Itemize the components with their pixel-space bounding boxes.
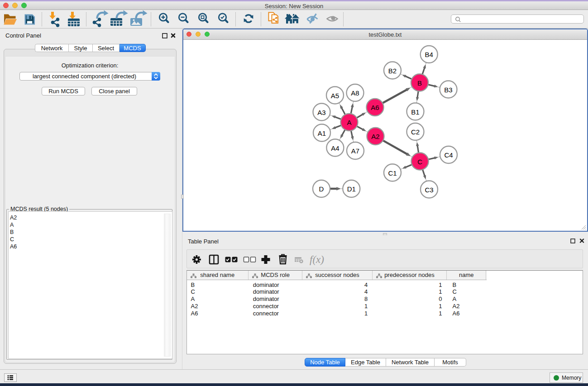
svg-text:C1: C1	[388, 169, 397, 177]
svg-text:C2: C2	[411, 128, 420, 136]
svg-text:f(x): f(x)	[310, 254, 324, 265]
svg-text:B1: B1	[411, 108, 419, 116]
svg-text:C4: C4	[444, 151, 453, 159]
svg-text:A5: A5	[331, 92, 339, 100]
svg-text:A8: A8	[351, 89, 359, 97]
svg-text:B2: B2	[388, 67, 397, 75]
svg-text:A7: A7	[351, 147, 359, 155]
svg-text:B4: B4	[425, 51, 433, 58]
svg-text:B3: B3	[444, 86, 452, 94]
svg-text:A2: A2	[371, 133, 379, 140]
svg-text:B: B	[417, 79, 422, 87]
svg-text:A1: A1	[318, 129, 326, 137]
svg-text:C3: C3	[425, 186, 433, 194]
svg-text:A4: A4	[331, 144, 339, 152]
svg-text:D1: D1	[347, 185, 356, 193]
svg-text:A: A	[347, 119, 351, 126]
svg-text:A3: A3	[317, 109, 325, 116]
svg-text:C: C	[417, 158, 422, 166]
svg-text:D: D	[319, 185, 324, 193]
svg-text:A6: A6	[371, 104, 379, 111]
